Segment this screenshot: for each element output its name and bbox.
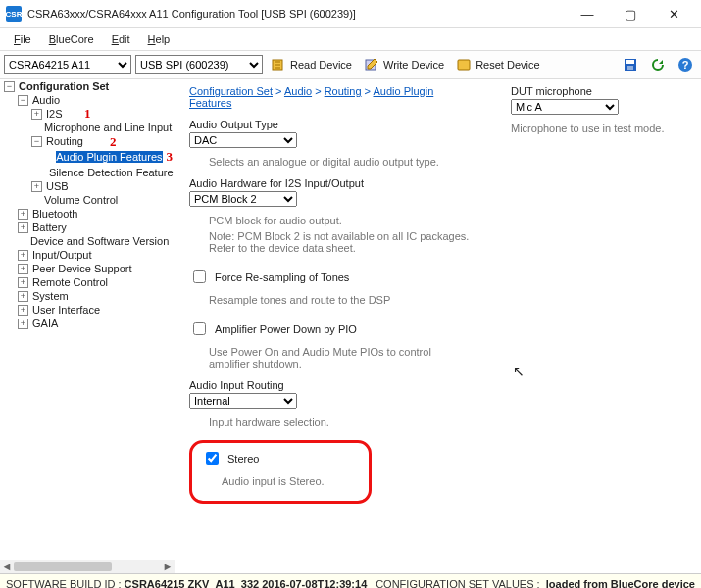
audio-hw-label: Audio Hardware for I2S Input/Output (189, 177, 472, 189)
tree-root[interactable]: −Configuration Set (2, 79, 175, 93)
svg-rect-4 (626, 60, 634, 64)
help-icon: ? (677, 57, 693, 73)
tree-remote-control[interactable]: +Remote Control (16, 275, 175, 289)
read-icon (271, 57, 286, 73)
chip-select[interactable]: CSRA64215 A11 (4, 55, 131, 74)
tree-audio-label: Audio (32, 94, 60, 106)
menu-edit[interactable]: Edit (104, 31, 138, 47)
amp-power-down-label: Amplifier Power Down by PIO (215, 323, 357, 335)
scroll-left-button[interactable]: ◄ (0, 560, 14, 573)
tree-mic-line[interactable]: Microphone and Line Input (29, 121, 175, 134)
help-button[interactable]: ? (674, 56, 697, 74)
force-resampling-hint: Resample tones and route to the DSP (209, 294, 472, 306)
audio-hw-hint: PCM block for audio output. (209, 215, 472, 226)
content-panel: Configuration Set > Audio > Routing > Au… (175, 79, 701, 573)
refresh-button[interactable] (646, 56, 670, 74)
amp-power-down-checkbox[interactable]: Amplifier Power Down by PIO (189, 319, 472, 338)
app-icon: CSR (6, 6, 22, 22)
tree-gaia[interactable]: +GAIA (16, 317, 175, 330)
tree-bluetooth[interactable]: +Bluetooth (16, 207, 175, 220)
audio-output-type-label: Audio Output Type (189, 119, 472, 130)
menu-file[interactable]: File (6, 31, 39, 47)
main-area: −Configuration Set −Audio 1 +I2S Microph… (0, 79, 701, 573)
marker-3: 3 (167, 149, 174, 165)
audio-output-type-hint: Selects an analogue or digital audio out… (209, 156, 472, 168)
menu-bluecore[interactable]: BlueCore (41, 31, 102, 47)
window-title: CSRA63xxx/CSRA64xxx A11 Configuration To… (27, 8, 566, 20)
audio-input-routing-select[interactable]: Internal (189, 393, 297, 409)
tree-vol-label: Volume Control (44, 194, 118, 206)
tree-device-software-version[interactable]: Device and Software Version (16, 234, 175, 248)
config-tree[interactable]: −Configuration Set −Audio 1 +I2S Microph… (0, 79, 175, 573)
tree-input-output[interactable]: +Input/Output (16, 248, 175, 262)
crumb-audio[interactable]: Audio (284, 85, 312, 97)
status-bar: SOFTWARE BUILD ID : CSRA64215 ZKV_A11_33… (0, 573, 701, 588)
force-resampling-input[interactable] (193, 270, 206, 283)
reset-device-label: Reset Device (476, 59, 539, 71)
tree-peer-device-support[interactable]: +Peer Device Support (16, 262, 175, 275)
tree-audio[interactable]: −Audio (16, 93, 175, 107)
connection-select[interactable]: USB SPI (600239) (135, 55, 263, 74)
crumb-config-set[interactable]: Configuration Set (189, 85, 273, 97)
stereo-checkbox[interactable]: Stereo (202, 449, 359, 467)
tree-battery[interactable]: +Battery (16, 220, 175, 234)
tree-dsv-label: Device and Software Version (30, 235, 169, 247)
dut-mic-select[interactable]: Mic A (511, 99, 619, 115)
read-device-button[interactable]: Read Device (267, 56, 356, 74)
crumb-routing[interactable]: Routing (325, 85, 362, 97)
scroll-thumb[interactable] (14, 562, 112, 571)
audio-input-routing-hint: Input hardware selection. (209, 416, 472, 428)
svg-rect-5 (627, 66, 633, 70)
audio-hw-select[interactable]: PCM Block 2 (189, 191, 297, 207)
tree-usb[interactable]: +USB (29, 179, 175, 193)
tree-sys-label: System (32, 290, 69, 302)
tree-sdf-label: Silence Detection Feature (49, 167, 174, 178)
stereo-highlight-box: Stereo Audio input is Stereo. (189, 440, 372, 504)
tree-io-label: Input/Output (32, 249, 92, 261)
status-build-label: SOFTWARE BUILD ID : (6, 578, 122, 588)
tree-system[interactable]: +System (16, 289, 175, 303)
tree-ui-label: User Interface (32, 304, 100, 316)
tree-i2s-label: I2S (46, 108, 63, 120)
refresh-icon (650, 57, 666, 73)
audio-hw-note: Note: PCM Block 2 is not available on al… (209, 230, 472, 254)
minimize-button[interactable]: — (566, 0, 609, 27)
reset-device-button[interactable]: Reset Device (452, 56, 543, 74)
audio-output-type-select[interactable]: DAC (189, 132, 297, 148)
force-resampling-label: Force Re-sampling of Tones (215, 271, 349, 283)
tree-routing[interactable]: −Routing (29, 134, 175, 148)
tree-i2s[interactable]: +I2S (29, 107, 175, 121)
tree-rc-label: Remote Control (32, 276, 108, 288)
stereo-label: Stereo (227, 453, 259, 465)
status-build-value: CSRA64215 ZKV_A11_332 2016-07-08T12:39:1… (125, 578, 368, 588)
dut-mic-label: DUT microphone (511, 85, 687, 97)
write-device-button[interactable]: Write Device (360, 56, 448, 74)
scroll-right-button[interactable]: ► (161, 560, 175, 573)
tree-volume-control[interactable]: Volume Control (29, 193, 175, 207)
tree-pds-label: Peer Device Support (32, 263, 132, 274)
breadcrumb: Configuration Set > Audio > Routing > Au… (189, 85, 472, 109)
close-button[interactable]: ✕ (652, 0, 695, 27)
status-config-label: CONFIGURATION SET VALUES : (376, 578, 539, 588)
scroll-track[interactable] (14, 560, 161, 573)
force-resampling-checkbox[interactable]: Force Re-sampling of Tones (189, 268, 472, 286)
tree-batt-label: Battery (32, 221, 67, 233)
status-config-value: loaded from BlueCore device (546, 578, 695, 588)
tree-root-label: Configuration Set (19, 80, 109, 92)
stereo-input[interactable] (206, 452, 219, 465)
maximize-button[interactable]: ▢ (609, 0, 652, 27)
dut-mic-hint: Microphone to use in test mode. (511, 122, 687, 134)
write-device-label: Write Device (383, 59, 444, 71)
menu-help[interactable]: Help (140, 31, 178, 47)
menu-file-label: ile (21, 33, 31, 45)
tree-audio-plugin-features[interactable]: Audio Plugin Features3 (43, 148, 175, 166)
tree-user-interface[interactable]: +User Interface (16, 303, 175, 317)
reset-icon (456, 57, 472, 73)
tree-routing-label: Routing (46, 135, 83, 147)
tree-scrollbar[interactable]: ◄ ► (0, 560, 175, 573)
save-button[interactable] (619, 56, 642, 74)
amp-power-down-input[interactable] (193, 322, 206, 335)
title-bar: CSR CSRA63xxx/CSRA64xxx A11 Configuratio… (0, 0, 701, 28)
tree-bt-label: Bluetooth (32, 208, 77, 220)
tree-silence-detection[interactable]: Silence Detection Feature (43, 166, 175, 179)
